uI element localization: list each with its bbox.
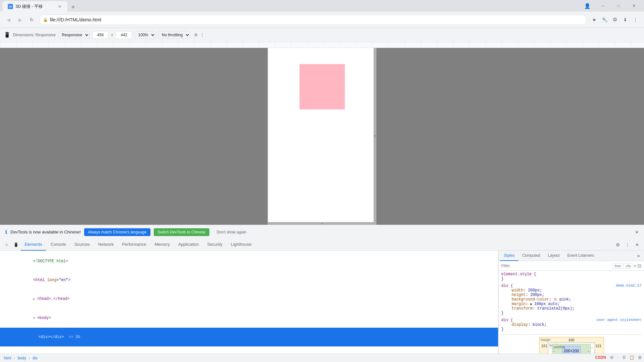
taskbar-icon-5[interactable]: ⊞ xyxy=(638,355,641,361)
tab-close-button[interactable]: ✕ xyxy=(57,4,62,9)
breadcrumb-body[interactable]: body xyxy=(17,355,28,361)
pink-box xyxy=(299,64,345,109)
add-style-icon[interactable]: + xyxy=(634,263,636,268)
breadcrumb-div[interactable]: div xyxy=(31,355,39,361)
element-selector-icon[interactable]: ⊹ xyxy=(3,241,11,249)
css-selector-div[interactable]: div { demo.html:17 xyxy=(501,284,641,288)
reload-button[interactable]: ↻ xyxy=(27,15,36,24)
devtools-close-icon[interactable]: ✕ xyxy=(633,241,641,249)
content-area: ⠿ ═ ℹ DevTools is now available in Chine… xyxy=(0,48,644,362)
css-source-useragent: user agent stylesheet xyxy=(596,318,641,322)
maximize-button[interactable]: □ xyxy=(611,0,626,12)
tab-console[interactable]: Console xyxy=(47,239,70,251)
dimensions-label: Dimensions: Responsive xyxy=(13,33,56,37)
height-input[interactable] xyxy=(116,31,132,39)
styles-tab-layout[interactable]: Layout xyxy=(544,251,563,261)
bottom-resize-handle[interactable]: ═ xyxy=(268,222,376,225)
css-source-link[interactable]: demo.html:17 xyxy=(616,284,641,288)
device-toggle-icon[interactable]: 📱 xyxy=(12,241,20,249)
page-frame: ⠿ ═ xyxy=(268,48,376,225)
notification-close-button[interactable]: ✕ xyxy=(635,230,639,235)
close-button[interactable]: ✕ xyxy=(627,0,641,12)
breadcrumb-html[interactable]: html xyxy=(3,355,13,361)
devtools-icon[interactable]: ⚙ xyxy=(610,15,619,24)
menu-icon[interactable]: ⋮ xyxy=(631,15,640,24)
styles-tab-styles[interactable]: Styles xyxy=(500,251,518,261)
tab-application[interactable]: Application xyxy=(174,239,203,251)
html-line-div[interactable]: <div></div> == $0 xyxy=(0,328,498,346)
margin-left-value: 121 xyxy=(541,343,548,354)
switch-chinese-button[interactable]: Switch DevTools to Chinese xyxy=(154,228,210,236)
css-prop-height[interactable]: height: 200px; xyxy=(501,293,641,297)
box-margin: margin 100 121 border - xyxy=(539,337,604,354)
css-prop-width[interactable]: width: 200px; xyxy=(501,288,641,293)
new-tab-button[interactable]: + xyxy=(69,3,78,12)
css-selector-div2[interactable]: div { user agent stylesheet xyxy=(501,318,641,322)
dont-show-again-button[interactable]: Don't show again xyxy=(213,228,250,236)
forward-button[interactable]: ▶ xyxy=(16,15,25,24)
styles-filter-bar: :hov .cls + ⊡ xyxy=(499,261,644,271)
html-line-head[interactable]: ▶<head>…</head> xyxy=(0,289,498,309)
tab-security[interactable]: Security xyxy=(203,239,226,251)
address-bar: ◀ ▶ ↻ 🔒 file:///D:/HTML/demo.html ★ 🔧 ⚙ … xyxy=(0,12,644,28)
html-line-body[interactable]: ▼<body> xyxy=(0,309,498,328)
breadcrumb-sep-1: › xyxy=(14,356,15,360)
zoom-select[interactable]: 100% xyxy=(135,31,156,39)
dimensions-select[interactable]: Responsive xyxy=(58,31,90,39)
notification-text: DevTools is now available in Chinese! xyxy=(10,230,81,234)
box-model-container: margin 100 121 border - xyxy=(501,334,641,354)
styles-tab-computed[interactable]: Computed xyxy=(518,251,544,261)
window-profile-icon[interactable]: 👤 xyxy=(580,0,595,12)
download-icon[interactable]: ⬇ xyxy=(621,15,630,24)
html-line-body-close[interactable]: </body> xyxy=(0,346,498,354)
url-lock-icon: 🔒 xyxy=(43,17,48,22)
tab-network[interactable]: Network xyxy=(94,239,118,251)
html-line-html[interactable]: <html lang="en"> xyxy=(0,271,498,289)
devtools-more-icon[interactable]: ⋮ xyxy=(623,241,632,249)
devtools-toolbar: ⊹ 📱 Elements Console Sources Network Per… xyxy=(0,239,644,251)
styles-more-icon[interactable]: » xyxy=(634,252,643,260)
html-line-doctype[interactable]: <!DOCTYPE html> xyxy=(0,252,498,271)
throttle-select[interactable]: No throttling xyxy=(158,31,190,39)
bookmark-icon[interactable]: ★ xyxy=(590,15,599,24)
match-language-button[interactable]: Always match Chrome's language xyxy=(84,228,150,236)
css-prop-bgcolor[interactable]: background-color: pink; xyxy=(501,297,641,302)
right-resize-handle[interactable]: ⠿ xyxy=(374,48,376,225)
title-bar: 3D 3D 碰撞 - 平移 ✕ + 👤 ─ □ ✕ xyxy=(0,0,644,12)
taskbar-icon-2[interactable]: · xyxy=(618,355,619,361)
back-button[interactable]: ◀ xyxy=(4,15,13,24)
css-prop-display[interactable]: display: block; xyxy=(501,322,641,327)
url-bar[interactable]: 🔒 file:///D:/HTML/demo.html xyxy=(39,15,587,25)
taskbar-icon-4[interactable]: 📋 xyxy=(629,355,634,361)
css-prop-margin[interactable]: margin: ▶ 100px auto; xyxy=(501,302,641,306)
tab-title: 3D 碰撞 - 平移 xyxy=(16,4,43,9)
css-selector-element[interactable]: element.style { xyxy=(501,272,641,277)
extensions-icon[interactable]: 🔧 xyxy=(600,15,609,24)
css-prop-transform[interactable]: transform: translateZ(0px); xyxy=(501,306,641,311)
width-input[interactable] xyxy=(92,31,108,39)
color-swatch[interactable] xyxy=(554,298,557,301)
margin-top-value: 100 xyxy=(568,338,574,342)
devtools-settings-icon[interactable]: ⚙ xyxy=(614,241,622,249)
css-rule-useragent: div { user agent stylesheet display: blo… xyxy=(501,318,641,332)
devtools-body: <!DOCTYPE html> <html lang="en"> ▶<head>… xyxy=(0,251,644,354)
tab-memory[interactable]: Memory xyxy=(151,239,174,251)
more-options-icon[interactable]: ⋮ xyxy=(200,33,204,37)
minimize-button[interactable]: ─ xyxy=(595,0,610,12)
tab-sources[interactable]: Sources xyxy=(71,239,94,251)
active-tab[interactable]: 3D 3D 碰撞 - 平移 ✕ xyxy=(3,1,67,12)
border-right-value: - xyxy=(591,344,593,354)
cls-filter-tag[interactable]: .cls xyxy=(624,263,632,269)
margin-right-value: 121 xyxy=(595,343,602,354)
tab-performance[interactable]: Performance xyxy=(118,239,150,251)
padding-left-value: - xyxy=(554,349,555,353)
styles-tab-event-listeners[interactable]: Event Listeners xyxy=(563,251,598,261)
tab-lighthouse[interactable]: Lighthouse xyxy=(227,239,255,251)
styles-filter-input[interactable] xyxy=(501,264,611,268)
refresh-style-icon[interactable]: ⊡ xyxy=(638,263,641,268)
tab-elements[interactable]: Elements xyxy=(21,239,46,251)
settings-icon[interactable]: ⚙ xyxy=(194,33,198,37)
hover-filter-tag[interactable]: :hov xyxy=(613,263,623,269)
taskbar-icon-1[interactable]: 中 xyxy=(610,355,614,361)
taskbar-icon-3[interactable]: Ω xyxy=(623,355,626,361)
